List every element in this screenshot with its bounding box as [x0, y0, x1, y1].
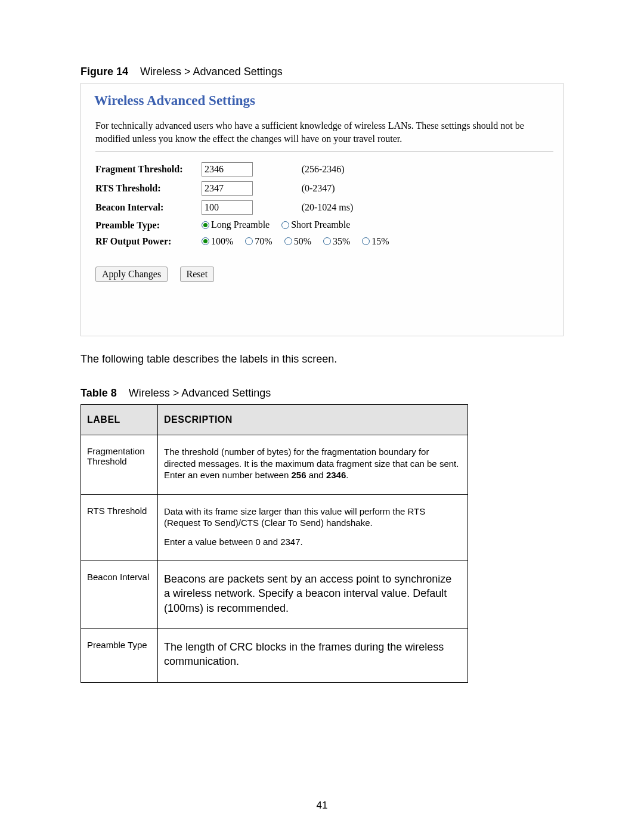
rts-threshold-range: (0-2347) [302, 179, 402, 198]
rts-threshold-label: RTS Threshold: [95, 179, 202, 198]
table-row: RTS Threshold Data with its frame size l… [81, 494, 468, 561]
rf-15-radio[interactable]: 15% [362, 236, 389, 247]
radio-icon [281, 221, 289, 229]
row-description: Data with its frame size larger than thi… [158, 494, 468, 561]
long-preamble-radio[interactable]: Long Preamble [202, 219, 270, 230]
row-description: Beacons are packets sent by an access po… [158, 561, 468, 629]
table-title: Wireless > Advanced Settings [129, 387, 271, 399]
panel-title: Wireless Advanced Settings [94, 93, 556, 109]
intro-text: The following table describes the labels… [80, 353, 564, 366]
fragment-threshold-range: (256-2346) [302, 160, 402, 179]
reset-button[interactable]: Reset [180, 267, 215, 282]
row-label: Beacon Interval [81, 561, 158, 629]
preamble-type-row: Preamble Type: Long Preamble Short Pream… [95, 217, 402, 234]
settings-panel: Wireless Advanced Settings For technical… [80, 83, 564, 336]
long-preamble-label: Long Preamble [211, 219, 270, 230]
fragment-threshold-row: Fragment Threshold: (256-2346) [95, 160, 402, 179]
rf-100-label: 100% [211, 236, 233, 247]
apply-changes-button[interactable]: Apply Changes [95, 267, 168, 282]
button-row: Apply Changes Reset [95, 267, 556, 282]
radio-icon [284, 237, 292, 245]
fragment-threshold-input[interactable] [202, 162, 253, 176]
table-row: Preamble Type The length of CRC blocks i… [81, 629, 468, 683]
table-row: Beacon Interval Beacons are packets sent… [81, 561, 468, 629]
header-description: DESCRIPTION [158, 405, 468, 435]
rf-35-radio[interactable]: 35% [323, 236, 350, 247]
beacon-interval-input[interactable] [202, 200, 253, 215]
page-number: 41 [0, 800, 644, 812]
figure-title: Wireless > Advanced Settings [140, 66, 283, 78]
table-label: Table 8 [80, 387, 117, 399]
row-label: Fragmentation Threshold [81, 435, 158, 495]
rts-threshold-input[interactable] [202, 181, 253, 196]
radio-icon [245, 237, 253, 245]
short-preamble-radio[interactable]: Short Preamble [281, 219, 350, 230]
rf-output-power-label: RF Output Power: [95, 234, 202, 250]
short-preamble-label: Short Preamble [291, 219, 350, 230]
fragment-threshold-label: Fragment Threshold: [95, 160, 202, 179]
table-header-row: LABEL DESCRIPTION [81, 405, 468, 435]
beacon-interval-range: (20-1024 ms) [302, 198, 402, 217]
rts-threshold-row: RTS Threshold: (0-2347) [95, 179, 402, 198]
settings-form: Fragment Threshold: (256-2346) RTS Thres… [95, 160, 402, 250]
rf-70-label: 70% [255, 236, 272, 247]
row-description: The threshold (number of bytes) for the … [158, 435, 468, 495]
beacon-interval-label: Beacon Interval: [95, 198, 202, 217]
row-description: The length of CRC blocks in the frames d… [158, 629, 468, 683]
radio-icon [323, 237, 331, 245]
divider [95, 151, 553, 151]
rf-50-label: 50% [294, 236, 311, 247]
radio-icon [202, 237, 209, 245]
rf-output-power-row: RF Output Power: 100% 70% 50% [95, 234, 402, 250]
rf-35-label: 35% [333, 236, 350, 247]
header-label: LABEL [81, 405, 158, 435]
radio-icon [362, 237, 370, 245]
figure-caption: Figure 14 Wireless > Advanced Settings [80, 66, 564, 78]
rf-100-radio[interactable]: 100% [202, 236, 233, 247]
description-table: LABEL DESCRIPTION Fragmentation Threshol… [80, 404, 468, 682]
table-row: Fragmentation Threshold The threshold (n… [81, 435, 468, 495]
document-page: Figure 14 Wireless > Advanced Settings W… [0, 0, 644, 833]
radio-icon [202, 221, 209, 229]
figure-label: Figure 14 [80, 66, 128, 78]
preamble-type-label: Preamble Type: [95, 217, 202, 234]
beacon-interval-row: Beacon Interval: (20-1024 ms) [95, 198, 402, 217]
table-caption: Table 8 Wireless > Advanced Settings [80, 387, 564, 400]
row-label: RTS Threshold [81, 494, 158, 561]
row-label: Preamble Type [81, 629, 158, 683]
rf-50-radio[interactable]: 50% [284, 236, 311, 247]
rf-15-label: 15% [371, 236, 389, 247]
panel-description: For technically advanced users who have … [95, 119, 553, 145]
rf-70-radio[interactable]: 70% [245, 236, 272, 247]
